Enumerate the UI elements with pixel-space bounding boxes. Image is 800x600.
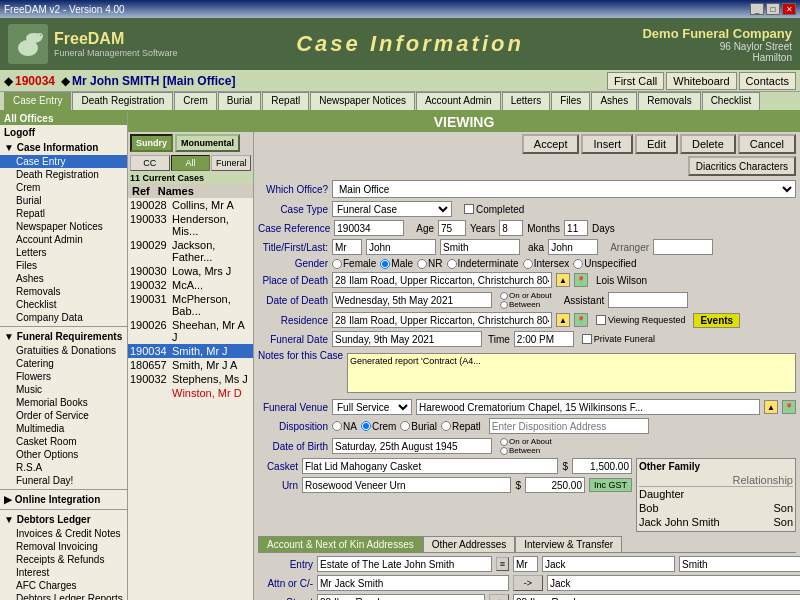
contacts-button[interactable]: Contacts — [739, 72, 796, 90]
assistant-input[interactable] — [608, 292, 688, 308]
first-call-button[interactable]: First Call — [607, 72, 664, 90]
tab-burial[interactable]: Burial — [218, 92, 262, 110]
edit-button[interactable]: Edit — [635, 134, 678, 154]
list-item[interactable]: 190031McPherson, Bab... — [128, 292, 253, 318]
right-street-input[interactable] — [513, 594, 800, 600]
sidebar-item-gratuities[interactable]: Gratuities & Donations — [0, 344, 127, 357]
sidebar-item-case-info[interactable]: ▼ Case Information — [0, 140, 127, 155]
list-item[interactable]: 190032Stephens, Ms J — [128, 372, 253, 386]
entry-menu-button[interactable]: ≡ — [496, 557, 509, 571]
funeral-tab[interactable]: Funeral — [211, 155, 251, 171]
casket-input[interactable] — [302, 458, 558, 474]
months-input[interactable] — [499, 220, 523, 236]
residence-map-icon[interactable]: ▲ — [556, 313, 570, 327]
maximize-button[interactable]: □ — [766, 3, 780, 15]
right-attn-input[interactable] — [547, 575, 800, 591]
case-type-select[interactable]: Funeral Case — [332, 201, 452, 217]
sidebar-item-afc[interactable]: AFC Charges — [0, 579, 127, 592]
date-of-death-input[interactable] — [332, 292, 492, 308]
tab-newspaper[interactable]: Newspaper Notices — [310, 92, 415, 110]
which-office-select[interactable]: Main Office — [332, 180, 796, 198]
right-title-input[interactable] — [513, 556, 538, 572]
list-item[interactable]: 190028Collins, Mr A — [128, 198, 253, 212]
funeral-date-input[interactable] — [332, 331, 482, 347]
copy-arrow-button[interactable]: -> — [513, 575, 543, 591]
gender-intersex[interactable]: Intersex — [523, 258, 570, 269]
gender-indeterminate[interactable]: Indeterminate — [447, 258, 519, 269]
tab-account-next-of-kin[interactable]: Account & Next of Kin Addresses — [258, 536, 423, 552]
cancel-button[interactable]: Cancel — [738, 134, 796, 154]
tab-checklist[interactable]: Checklist — [702, 92, 761, 110]
sidebar-item-catering[interactable]: Catering — [0, 357, 127, 370]
dob-between-radio[interactable]: Between — [500, 446, 552, 455]
accept-button[interactable]: Accept — [522, 134, 580, 154]
completed-checkbox[interactable] — [464, 204, 474, 214]
sidebar-item-removals[interactable]: Removals — [0, 285, 127, 298]
sidebar-item-invoices[interactable]: Invoices & Credit Notes — [0, 527, 127, 540]
copy-street-button[interactable]: <- — [489, 594, 509, 600]
sidebar-item-letters[interactable]: Letters — [0, 246, 127, 259]
sidebar-item-files[interactable]: Files — [0, 259, 127, 272]
close-button[interactable]: ✕ — [782, 3, 796, 15]
list-item[interactable]: 190030Lowa, Mrs J — [128, 264, 253, 278]
last-name-input[interactable] — [440, 239, 520, 255]
sidebar-item-debtors[interactable]: ▼ Debtors Ledger — [0, 512, 127, 527]
entry-input[interactable] — [317, 556, 492, 572]
insert-button[interactable]: Insert — [581, 134, 633, 154]
sidebar-item-repatl[interactable]: Repatl — [0, 207, 127, 220]
cc-tab[interactable]: CC — [130, 155, 170, 171]
place-of-death-input[interactable] — [332, 272, 552, 288]
monumental-tab[interactable]: Monumental — [175, 134, 240, 152]
disp-burial[interactable]: Burial — [400, 421, 437, 432]
sidebar-item-newspaper[interactable]: Newspaper Notices — [0, 220, 127, 233]
aka-input[interactable] — [548, 239, 598, 255]
tab-account-admin[interactable]: Account Admin — [416, 92, 501, 110]
title-input[interactable] — [332, 239, 362, 255]
diacritics-button[interactable]: Diacritics Characters — [688, 156, 796, 176]
list-item[interactable]: 190026Sheehan, Mr A J — [128, 318, 253, 344]
private-funeral-checkbox[interactable] — [582, 334, 592, 344]
notes-content[interactable]: Generated report 'Contract (A4... — [347, 353, 796, 393]
all-tab[interactable]: All — [171, 155, 211, 171]
right-last-input[interactable] — [679, 556, 800, 572]
age-input[interactable] — [438, 220, 466, 236]
sidebar-item-company-data[interactable]: Company Data — [0, 311, 127, 324]
sidebar-item-receipts[interactable]: Receipts & Refunds — [0, 553, 127, 566]
residence-input[interactable] — [332, 312, 552, 328]
disp-na[interactable]: NA — [332, 421, 357, 432]
on-or-about-radio[interactable]: On or About — [500, 291, 552, 300]
funeral-venue-input[interactable] — [416, 399, 760, 415]
date-of-birth-input[interactable] — [332, 438, 492, 454]
funeral-time-input[interactable] — [514, 331, 574, 347]
urn-input[interactable] — [302, 477, 511, 493]
whiteboard-button[interactable]: Whiteboard — [666, 72, 736, 90]
tab-interview-transfer[interactable]: Interview & Transfer — [515, 536, 622, 552]
list-item[interactable]: 190032McA... — [128, 278, 253, 292]
sidebar-item-death-reg[interactable]: Death Registration — [0, 168, 127, 181]
sidebar-item-flowers[interactable]: Flowers — [0, 370, 127, 383]
sidebar-item-burial[interactable]: Burial — [0, 194, 127, 207]
sidebar-item-funeral-day[interactable]: Funeral Day! — [0, 474, 127, 487]
venue-icon[interactable]: ▲ — [764, 400, 778, 414]
list-item-selected[interactable]: 190034Smith, Mr J — [128, 344, 253, 358]
sidebar-item-order-service[interactable]: Order of Service — [0, 409, 127, 422]
sidebar-item-online[interactable]: ▶ Online Integration — [0, 492, 127, 507]
list-item[interactable]: 190029Jackson, Father... — [128, 238, 253, 264]
dob-on-or-about-radio[interactable]: On or About — [500, 437, 552, 446]
events-button[interactable]: Events — [693, 313, 740, 328]
gender-female[interactable]: Female — [332, 258, 376, 269]
minimize-button[interactable]: _ — [750, 3, 764, 15]
disp-crem[interactable]: Crem — [361, 421, 396, 432]
tab-removals[interactable]: Removals — [638, 92, 700, 110]
sidebar-item-logoff[interactable]: Logoff — [0, 125, 127, 140]
sidebar-item-multimedia[interactable]: Multimedia — [0, 422, 127, 435]
sidebar-item-debtors-reports[interactable]: Debtors Ledger Reports — [0, 592, 127, 600]
case-ref-input[interactable] — [334, 220, 404, 236]
street-input[interactable] — [317, 594, 485, 600]
list-item[interactable]: 190033Henderson, Mis... — [128, 212, 253, 238]
days-input[interactable] — [564, 220, 588, 236]
sundry-tab[interactable]: Sundry — [130, 134, 173, 152]
sidebar-item-case-entry[interactable]: Case Entry — [0, 155, 127, 168]
list-item-red[interactable]: Winston, Mr D — [128, 386, 253, 400]
sidebar-item-funeral-req[interactable]: ▼ Funeral Requirements — [0, 329, 127, 344]
